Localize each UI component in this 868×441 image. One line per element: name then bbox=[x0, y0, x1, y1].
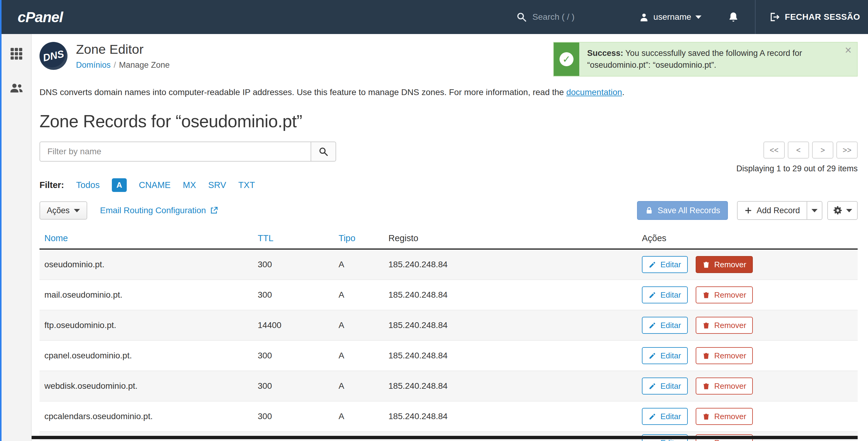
trash-icon bbox=[702, 291, 710, 299]
filter-search-button[interactable] bbox=[311, 141, 336, 162]
window-edge-strip bbox=[0, 0, 2, 441]
chevron-down-icon bbox=[695, 15, 702, 19]
pencil-icon bbox=[649, 321, 656, 329]
alert-close-icon[interactable]: × bbox=[845, 44, 851, 56]
pencil-icon bbox=[649, 261, 656, 269]
navbar-search-input[interactable] bbox=[532, 12, 606, 22]
logout-button[interactable]: FECHAR SESSÃO bbox=[755, 0, 868, 34]
row-actions: Editar Remover bbox=[642, 317, 858, 334]
email-routing-label: Email Routing Configuration bbox=[100, 206, 206, 215]
sidebar-item-contacts[interactable] bbox=[9, 81, 23, 96]
add-record-dropdown-toggle[interactable] bbox=[807, 201, 823, 220]
filter-chip-srv[interactable]: SRV bbox=[208, 180, 226, 190]
record-type: A bbox=[339, 351, 389, 361]
page-header: DNS Zone Editor Domínios/Manage Zone ✓ S… bbox=[39, 42, 858, 76]
column-header-registo: Registo bbox=[389, 233, 642, 243]
left-sidebar bbox=[2, 34, 32, 441]
edit-button[interactable]: Editar bbox=[642, 377, 688, 395]
remove-button[interactable]: Remover bbox=[696, 408, 753, 425]
table-row: oseudominio.pt. 300 A 185.240.248.84 Edi… bbox=[39, 250, 858, 280]
trash-icon bbox=[702, 321, 710, 329]
intro-after: . bbox=[622, 88, 625, 97]
filter-by-name-input[interactable] bbox=[39, 141, 311, 162]
pagination-next-button[interactable]: > bbox=[812, 141, 833, 159]
viewport-bottom-divider bbox=[32, 436, 858, 439]
page-title-small: Zone Editor bbox=[76, 42, 169, 57]
column-header-nome[interactable]: Nome bbox=[44, 233, 258, 243]
remove-button[interactable]: Remover bbox=[696, 256, 753, 273]
navbar-search[interactable] bbox=[516, 11, 606, 23]
column-header-ttl[interactable]: TTL bbox=[258, 233, 339, 243]
user-menu[interactable]: username bbox=[639, 12, 702, 22]
table-row: mail.oseudominio.pt. 300 A 185.240.248.8… bbox=[39, 280, 858, 310]
row-actions: Editar Remover bbox=[642, 408, 858, 425]
edit-label: Editar bbox=[660, 412, 681, 421]
record-ttl: 300 bbox=[258, 411, 339, 421]
filter-label: Filter: bbox=[39, 180, 64, 190]
record-name: cpanel.oseudominio.pt. bbox=[44, 351, 258, 361]
edit-button[interactable]: Editar bbox=[642, 317, 688, 334]
documentation-link[interactable]: documentation bbox=[566, 88, 622, 97]
chevron-down-icon bbox=[811, 209, 817, 212]
check-circle-icon: ✓ bbox=[560, 52, 574, 66]
table-settings-button[interactable] bbox=[827, 201, 858, 220]
pencil-icon bbox=[649, 382, 656, 390]
chevron-down-icon bbox=[846, 209, 852, 212]
edit-button[interactable]: Editar bbox=[642, 286, 688, 303]
record-name: ftp.oseudominio.pt. bbox=[44, 320, 258, 330]
record-value: 185.240.248.84 bbox=[389, 290, 642, 300]
add-record-button[interactable]: Add Record bbox=[737, 201, 807, 220]
intro-text: DNS converts domain names into computer-… bbox=[39, 88, 858, 97]
record-value: 185.240.248.84 bbox=[389, 260, 642, 269]
edit-label: Editar bbox=[660, 321, 681, 330]
table-row: cpanel.oseudominio.pt. 300 A 185.240.248… bbox=[39, 341, 858, 371]
record-ttl: 300 bbox=[258, 260, 339, 269]
toolbar-left: Ações Email Routing Configuration bbox=[39, 201, 218, 219]
sidebar-item-apps[interactable] bbox=[9, 47, 23, 62]
save-all-records-button[interactable]: Save All Records bbox=[637, 201, 728, 220]
edit-button[interactable]: Editar bbox=[642, 347, 688, 364]
filter-chip-cname[interactable]: CNAME bbox=[139, 180, 171, 190]
filter-chip-mx[interactable]: MX bbox=[183, 180, 196, 190]
notifications-button[interactable] bbox=[727, 11, 739, 23]
chevron-down-icon bbox=[74, 209, 80, 212]
remove-button[interactable]: Remover bbox=[696, 317, 753, 334]
filter-chip-todos[interactable]: Todos bbox=[76, 180, 100, 190]
filter-chip-txt[interactable]: TXT bbox=[238, 180, 255, 190]
pencil-icon bbox=[649, 439, 656, 441]
trash-icon bbox=[702, 413, 710, 420]
record-ttl: 300 bbox=[258, 290, 339, 300]
navbar-right: username FECHAR SESSÃO bbox=[516, 0, 868, 34]
row-actions: Editar Remover bbox=[642, 347, 858, 364]
table-row: webdisk.oseudominio.pt. 300 A 185.240.24… bbox=[39, 371, 858, 402]
type-filter-row: Filter: Todos A CNAME MX SRV TXT bbox=[39, 178, 858, 192]
record-type: A bbox=[339, 381, 389, 391]
filter-chip-a[interactable]: A bbox=[112, 178, 127, 192]
users-icon bbox=[9, 81, 23, 95]
zone-records-table: Nome TTL Tipo Registo Ações oseudominio.… bbox=[39, 228, 858, 441]
remove-button[interactable]: Remover bbox=[696, 347, 753, 364]
breadcrumb-dominios-link[interactable]: Domínios bbox=[76, 61, 111, 70]
pencil-icon bbox=[649, 413, 656, 420]
remove-button[interactable]: Remover bbox=[696, 377, 753, 395]
pagination-prev-button[interactable]: < bbox=[788, 141, 809, 159]
success-alert-message: Success: You successfully saved the foll… bbox=[579, 42, 857, 76]
edit-button[interactable]: Editar bbox=[642, 408, 688, 425]
row-actions: Editar Remover bbox=[642, 377, 858, 395]
email-routing-link[interactable]: Email Routing Configuration bbox=[100, 206, 218, 215]
column-header-tipo[interactable]: Tipo bbox=[339, 233, 389, 243]
remove-button[interactable]: Remover bbox=[696, 286, 753, 303]
trash-icon bbox=[702, 382, 710, 390]
pagination-first-button[interactable]: << bbox=[764, 141, 785, 159]
external-link-icon bbox=[210, 206, 218, 215]
edit-button[interactable]: Editar bbox=[642, 256, 688, 273]
edit-label: Editar bbox=[660, 260, 681, 269]
cpanel-logo: cPanel bbox=[18, 9, 63, 26]
remove-label: Remover bbox=[714, 381, 746, 391]
logout-icon bbox=[769, 11, 780, 23]
pagination-last-button[interactable]: >> bbox=[836, 141, 858, 159]
actions-dropdown-button[interactable]: Ações bbox=[39, 201, 87, 219]
success-alert-bold: Success: bbox=[587, 48, 623, 58]
record-type: A bbox=[339, 260, 389, 269]
record-name: oseudominio.pt. bbox=[44, 260, 258, 269]
